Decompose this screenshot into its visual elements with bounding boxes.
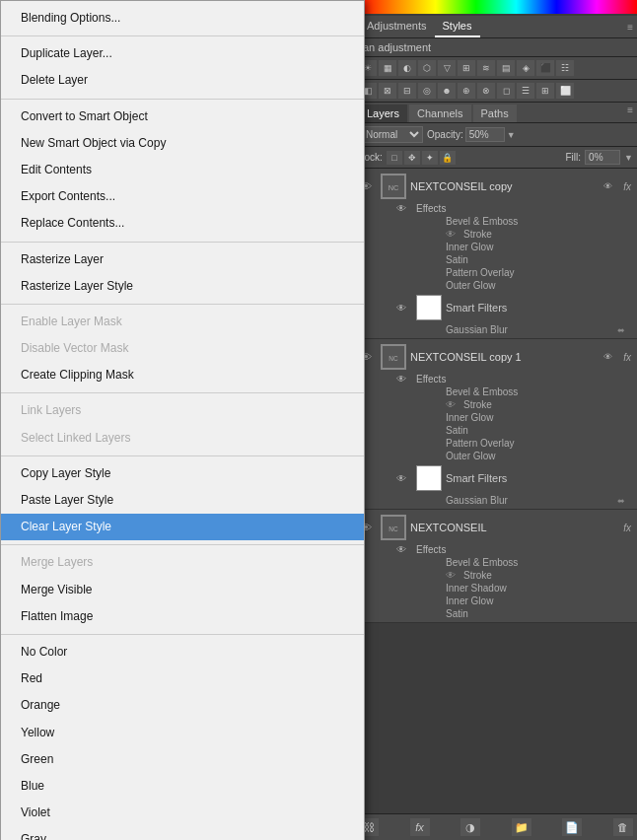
inner-glow-label-1: Inner Glow [446,242,493,252]
menu-item-rasterize-layer-style[interactable]: Rasterize Layer Style [1,273,364,300]
layer-header-nextconseil-copy-1[interactable]: 👁 NC NEXTCONSEIL copy 1 👁 fx [359,341,633,373]
fx-icon-1[interactable]: fx [623,181,631,192]
menu-item-blending-options[interactable]: Blending Options... [1,5,364,32]
effect-bevel-emboss-3: Bevel & Emboss [394,556,633,569]
layer-name-3: NEXTCONSEIL [410,522,619,533]
menu-item-merge-visible[interactable]: Merge Visible [1,577,364,603]
lock-position-icon[interactable]: ✦ [422,151,438,165]
menu-item-red[interactable]: Red [1,665,364,692]
adj-icon-10[interactable]: ⬛ [536,60,554,76]
adj-icon-9[interactable]: ◈ [517,60,534,76]
adjustment-icons-row2: ◧ ⊠ ⊟ ◎ ☻ ⊕ ⊗ ◻ ☰ ⊞ ⬜ [355,80,637,103]
separator-1 [1,35,364,36]
adj-icon-r2-3[interactable]: ⊟ [398,83,416,99]
lock-all-icon[interactable]: 🔒 [440,151,456,165]
satin-label-2: Satin [446,425,468,436]
adj-icon-5[interactable]: ▽ [438,60,456,76]
photoshop-panel: Adjustments Styles ≡ an adjustment ☀ ▦ ◐… [355,0,637,840]
fill-arrow[interactable]: ▼ [624,153,633,163]
adj-icon-r2-8[interactable]: ◻ [497,83,515,99]
menu-item-delete-layer[interactable]: Delete Layer [1,67,364,94]
footer-group-icon[interactable]: 📁 [512,818,531,836]
adj-icon-6[interactable]: ⊞ [458,60,475,76]
menu-item-no-color[interactable]: No Color [1,639,364,665]
footer-adjustment-icon[interactable]: ◑ [460,818,480,836]
menu-item-flatten-image[interactable]: Flatten Image [1,603,364,630]
opacity-input[interactable] [465,127,505,142]
menu-item-copy-layer-style[interactable]: Copy Layer Style [1,460,364,487]
menu-item-replace-contents[interactable]: Replace Contents... [1,210,364,237]
menu-item-gray[interactable]: Gray [1,826,364,840]
panel-menu-icon[interactable]: ≡ [627,22,633,33]
effects-eye-2[interactable]: 👁 [396,374,412,385]
svg-text:NC: NC [389,525,398,532]
layer-header-nextconseil-copy[interactable]: 👁 NC NEXTCONSEIL copy 👁 fx [359,171,633,202]
tab-channels[interactable]: Channels [409,105,470,122]
tab-styles[interactable]: Styles [435,16,480,37]
adj-icon-7[interactable]: ≋ [477,60,495,76]
adj-icon-2[interactable]: ▦ [379,60,396,76]
lock-transparent-icon[interactable]: □ [387,151,402,165]
effect-satin-2: Satin [394,424,633,437]
tab-layers[interactable]: Layers [359,105,407,122]
menu-item-enable-layer-mask: Enable Layer Mask [1,309,364,335]
footer-delete-icon[interactable]: 🗑 [613,818,633,836]
menu-item-duplicate-layer[interactable]: Duplicate Layer... [1,40,364,67]
menu-item-rasterize-layer[interactable]: Rasterize Layer [1,246,364,273]
layer-thumb-3: NC [381,515,406,540]
adj-icon-r2-5[interactable]: ☻ [438,83,456,99]
fill-input[interactable] [585,150,620,165]
smart-filter-eye-2[interactable]: 👁 [396,473,412,484]
stroke-eye-1[interactable]: 👁 [446,229,460,240]
menu-item-paste-layer-style[interactable]: Paste Layer Style [1,487,364,514]
stroke-eye-2[interactable]: 👁 [446,399,460,410]
opacity-arrow[interactable]: ▼ [507,130,516,140]
adj-icon-4[interactable]: ⬡ [418,60,436,76]
layers-toolbar-blend: Normal Opacity: ▼ [355,123,637,147]
menu-item-yellow[interactable]: Yellow [1,720,364,746]
menu-item-blue[interactable]: Blue [1,773,364,800]
layer-effects-2: 👁 Effects Bevel & Emboss 👁 Stroke Inner … [359,373,633,462]
adj-icon-r2-9[interactable]: ☰ [517,83,534,99]
menu-item-clear-layer-style[interactable]: Clear Layer Style [1,514,364,540]
adj-icon-11[interactable]: ☷ [556,60,574,76]
menu-item-new-smart-object-copy[interactable]: New Smart Object via Copy [1,130,364,157]
menu-item-export-contents[interactable]: Export Contents... [1,183,364,210]
footer-new-layer-icon[interactable]: 📄 [562,818,582,836]
opacity-area: Opacity: ▼ [427,127,516,142]
separator-5 [1,392,364,393]
layer-header-nextconseil[interactable]: 👁 NC NEXTCONSEIL fx [359,512,633,543]
adj-icon-r2-6[interactable]: ⊕ [458,83,475,99]
blend-mode-select[interactable]: Normal [359,126,423,143]
effects-eye-1[interactable]: 👁 [396,203,412,214]
adj-icon-r2-10[interactable]: ⊞ [536,83,554,99]
fx-icon-2[interactable]: fx [623,352,631,363]
fx-icon-3[interactable]: fx [623,523,631,533]
layers-menu-icon[interactable]: ≡ [627,105,633,122]
adj-icon-3[interactable]: ◐ [398,60,416,76]
effect-outer-glow-1: Outer Glow [394,279,633,292]
smart-filter-eye-1[interactable]: 👁 [396,303,412,314]
menu-item-orange[interactable]: Orange [1,692,364,719]
menu-item-create-clipping-mask[interactable]: Create Clipping Mask [1,362,364,388]
lock-image-icon[interactable]: ✥ [404,151,420,165]
adj-icon-8[interactable]: ▤ [497,60,515,76]
tab-paths[interactable]: Paths [473,105,517,122]
stroke-eye-3[interactable]: 👁 [446,570,460,581]
effect-pattern-overlay-1: Pattern Overlay [394,266,633,279]
menu-item-convert-smart-object[interactable]: Convert to Smart Object [1,104,364,130]
adj-icon-r2-11[interactable]: ⬜ [556,83,574,99]
menu-item-green[interactable]: Green [1,746,364,773]
menu-item-violet[interactable]: Violet [1,800,364,826]
layer-eye-icon-1[interactable]: 👁 [603,181,619,191]
effects-eye-3[interactable]: 👁 [396,544,412,555]
adjustment-label: an adjustment [355,38,637,57]
menu-item-edit-contents[interactable]: Edit Contents [1,157,364,183]
tab-adjustments[interactable]: Adjustments [359,16,435,37]
footer-fx-icon[interactable]: fx [410,818,430,836]
adj-icon-r2-2[interactable]: ⊠ [379,83,396,99]
layer-eye-icon-2[interactable]: 👁 [603,352,619,362]
adj-icon-r2-4[interactable]: ◎ [418,83,436,99]
adj-icon-r2-7[interactable]: ⊗ [477,83,495,99]
effect-bevel-emboss-2: Bevel & Emboss [394,385,633,398]
